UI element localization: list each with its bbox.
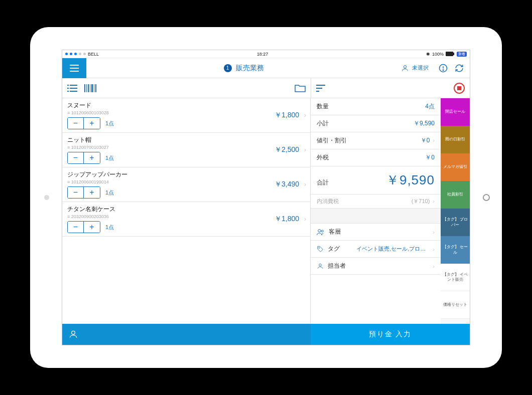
segment-row[interactable]: 客層 ›	[311, 224, 441, 241]
qty-plus[interactable]: +	[84, 187, 100, 198]
qty-minus[interactable]: −	[68, 222, 84, 233]
svg-point-25	[319, 264, 322, 266]
summary-outtax: 外税 ￥0	[311, 149, 441, 166]
svg-point-2	[404, 65, 406, 68]
chevron-right-icon: ›	[304, 181, 306, 188]
folder-icon[interactable]	[295, 84, 306, 92]
qty-text: 1点	[105, 154, 114, 162]
svg-rect-18	[95, 84, 96, 92]
side-tag[interactable]: メルマガ値引	[441, 153, 470, 181]
qty-plus[interactable]: +	[84, 118, 100, 129]
svg-rect-1	[453, 53, 454, 55]
qty-plus[interactable]: +	[84, 222, 100, 233]
tag-row[interactable]: タグ イベント販売,セール,プロ…›	[311, 241, 441, 258]
barcode-icon[interactable]	[84, 84, 96, 92]
alert-icon[interactable]	[439, 64, 448, 73]
line-item[interactable]: ニット帽≡ 101200700103027−+1点￥2,500›	[62, 133, 310, 167]
item-code: ≡ 203200900203036	[67, 214, 305, 219]
qty-text: 1点	[105, 189, 114, 196]
item-price: ￥2,500	[275, 145, 299, 154]
item-price: ￥3,490	[275, 180, 299, 189]
item-code: ≡ 101200600103028	[67, 110, 305, 115]
summary-qty: 数量 4点	[311, 98, 441, 115]
svg-rect-11	[70, 91, 77, 92]
list-icon[interactable]	[67, 84, 77, 92]
qty-minus[interactable]: −	[68, 118, 84, 129]
chevron-right-icon: ›	[304, 146, 306, 153]
nav-bar: 1 販売業務 未選択	[62, 58, 470, 78]
footer-left[interactable]	[62, 324, 311, 345]
svg-point-24	[319, 247, 320, 248]
refresh-icon[interactable]	[455, 64, 464, 73]
customer-select[interactable]: 未選択	[401, 64, 429, 72]
svg-rect-10	[67, 91, 69, 92]
clock: 18:27	[257, 52, 269, 57]
new-badge: 新着	[457, 52, 467, 57]
side-tag[interactable]: 【タグ】 イベント販売	[441, 264, 470, 291]
side-tag[interactable]: 価格リセット	[441, 291, 470, 319]
checkout-button[interactable]: 預り金 入力	[311, 324, 470, 345]
stop-button[interactable]	[454, 83, 465, 94]
svg-point-22	[318, 229, 321, 232]
svg-rect-14	[88, 84, 89, 92]
qty-minus[interactable]: −	[68, 187, 84, 198]
carrier-label: BELL	[88, 52, 99, 57]
svg-rect-7	[70, 85, 77, 86]
svg-rect-9	[70, 88, 77, 89]
svg-rect-0	[446, 52, 453, 56]
home-button[interactable]	[483, 194, 490, 201]
qty-minus[interactable]: −	[68, 152, 84, 163]
battery-label: 100%	[432, 52, 444, 57]
side-tag[interactable]: 閉店セール	[441, 98, 470, 126]
svg-rect-16	[91, 84, 93, 92]
side-tag[interactable]: 【タグ】 セール	[441, 236, 470, 264]
line-item[interactable]: スヌード≡ 101200600103028−+1点￥1,800›	[62, 98, 310, 133]
line-item[interactable]: チタン名刺ケース≡ 203200900203036−+1点￥1,800›	[62, 202, 310, 237]
item-name: ニット帽	[67, 136, 305, 144]
summary-discount[interactable]: 値引・割引 ￥0›	[311, 132, 441, 149]
chevron-right-icon: ›	[304, 216, 306, 223]
svg-rect-20	[316, 88, 322, 89]
items-list: スヌード≡ 101200600103028−+1点￥1,800›ニット帽≡ 10…	[62, 98, 311, 324]
staff-row[interactable]: 担当者 ›	[311, 258, 441, 275]
item-name: ジップアップパーカー	[67, 170, 305, 179]
item-name: スヌード	[67, 101, 305, 110]
qty-text: 1点	[105, 224, 114, 231]
status-bar: BELL 18:27 ✱ 100% 新着	[62, 50, 470, 58]
svg-point-26	[72, 331, 75, 334]
menu-button[interactable]	[62, 58, 86, 78]
qty-plus[interactable]: +	[84, 152, 100, 163]
step-badge: 1	[224, 64, 232, 72]
svg-rect-15	[90, 84, 90, 92]
svg-rect-21	[316, 91, 319, 92]
summary-total: 合計 ￥9,590	[311, 166, 441, 194]
svg-rect-12	[84, 84, 85, 92]
qty-text: 1点	[105, 120, 114, 127]
svg-point-5	[443, 70, 444, 71]
svg-rect-19	[316, 85, 325, 86]
summary-intax: 内消費税 (￥710)›	[311, 194, 441, 209]
svg-rect-6	[67, 85, 69, 86]
svg-point-23	[321, 230, 323, 232]
page-title: 販売業務	[236, 64, 264, 73]
side-tag[interactable]: 雨の日割引	[441, 126, 470, 153]
item-name: チタン名刺ケース	[67, 205, 305, 214]
item-code: ≡ 101200700103027	[67, 145, 305, 150]
svg-rect-13	[86, 84, 87, 92]
item-code: ≡ 101200600199014	[67, 179, 305, 184]
summary-subtotal: 小計 ￥9,590	[311, 115, 441, 132]
line-item[interactable]: ジップアップパーカー≡ 101200600199014−+1点￥3,490›	[62, 167, 310, 202]
svg-rect-17	[94, 84, 94, 92]
side-tag[interactable]: 社員割引	[441, 181, 470, 209]
item-price: ￥1,800	[275, 111, 299, 120]
side-tag[interactable]: 【タグ】 プロパー	[441, 209, 470, 236]
item-price: ￥1,800	[275, 215, 299, 224]
chevron-right-icon: ›	[304, 112, 306, 119]
sort-icon[interactable]	[316, 84, 325, 92]
svg-rect-8	[67, 88, 69, 89]
